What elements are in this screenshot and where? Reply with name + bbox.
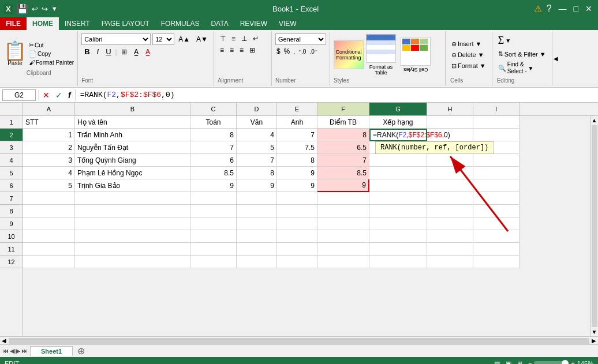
cell-a8[interactable] [23,205,75,217]
scroll-left-button[interactable]: ◀ [0,337,8,344]
cell-c10[interactable] [190,230,237,243]
col-header-d[interactable]: D [237,103,277,115]
help-button[interactable]: ? [544,3,554,14]
cell-a12[interactable] [23,256,75,268]
cell-f8[interactable] [317,205,369,217]
sheet-tab-sheet1[interactable]: Sheet1 [30,346,73,356]
col-header-h[interactable]: H [427,103,473,115]
cell-h5[interactable] [427,167,473,179]
tab-home[interactable]: HOME [27,17,59,30]
cell-f11[interactable] [317,243,369,256]
cell-c9[interactable] [190,217,237,230]
cell-c8[interactable] [190,205,237,217]
cell-e10[interactable] [277,230,317,243]
cell-g7[interactable] [369,192,427,205]
cell-f2[interactable]: 8 [317,129,369,141]
scroll-thumb[interactable] [592,125,597,327]
cell-g10[interactable] [369,230,427,243]
hscroll-thumb[interactable] [9,338,589,344]
cell-c6[interactable]: 9 [190,179,237,192]
cell-d4[interactable]: 7 [237,154,277,167]
cell-h6[interactable] [427,179,473,192]
insert-cells-button[interactable]: ⊕ Insert ▼ [450,39,487,49]
cell-i9[interactable] [473,217,519,230]
cell-d3[interactable]: 5 [237,141,277,154]
scroll-right-button[interactable]: ▶ [590,337,598,344]
cell-f4[interactable]: 7 [317,154,369,167]
cell-d6[interactable]: 9 [237,179,277,192]
cut-button[interactable]: ✂ Cut [29,42,74,49]
cell-i1[interactable] [473,116,519,129]
font-color-button[interactable]: A̲ [143,47,153,57]
align-bottom-button[interactable]: ⊥ [239,33,249,44]
cell-i4[interactable] [473,154,519,167]
cell-f9[interactable] [317,217,369,230]
cell-b3[interactable]: Nguyễn Tấn Đạt [75,141,190,154]
cell-d1[interactable]: Văn [237,116,277,129]
cell-b9[interactable] [75,217,190,230]
cell-g5[interactable] [369,167,427,179]
cell-h10[interactable] [427,230,473,243]
row-header-8[interactable]: 8 [0,205,23,217]
cell-c5[interactable]: 8.5 [190,167,237,179]
tab-insert[interactable]: INSERT [59,17,96,30]
col-header-i[interactable]: I [473,103,519,115]
cell-a1[interactable]: STT [23,116,75,129]
col-header-a[interactable]: A [23,103,75,115]
find-select-button[interactable]: 🔍 Find & Select - ▼ [497,60,547,76]
cell-d2[interactable]: 4 [237,129,277,141]
cancel-formula-button[interactable]: ✕ [41,90,51,100]
align-left-button[interactable]: ≡ [218,45,226,55]
cell-e2[interactable]: 7 [277,129,317,141]
add-sheet-button[interactable]: ⊕ [73,346,89,357]
minimize-button[interactable]: — [556,4,569,13]
cell-b12[interactable] [75,256,190,268]
sheet-nav-prev[interactable]: ◀ [10,347,14,355]
cell-c2[interactable]: 8 [190,129,237,141]
cell-i10[interactable] [473,230,519,243]
cell-b4[interactable]: Tống Quỳnh Giang [75,154,190,167]
cell-i2[interactable] [473,129,519,141]
conditional-formatting-button[interactable]: Conditional Formatting [334,40,364,69]
cell-c12[interactable] [190,256,237,268]
cell-g9[interactable] [369,217,427,230]
cell-b2[interactable]: Trần Minh Anh [75,129,190,141]
cell-h4[interactable] [427,154,473,167]
row-header-12[interactable]: 12 [0,256,23,268]
format-table-button[interactable]: Format asTable [366,34,396,76]
col-header-c[interactable]: C [190,103,237,115]
cell-d7[interactable] [237,192,277,205]
cell-h12[interactable] [427,256,473,268]
cell-e8[interactable] [277,205,317,217]
cell-g12[interactable] [369,256,427,268]
cell-i7[interactable] [473,192,519,205]
insert-function-button[interactable]: f [66,90,73,100]
cell-d11[interactable] [237,243,277,256]
cell-a6[interactable]: 5 [23,179,75,192]
font-shrink-button[interactable]: A▼ [194,34,210,44]
cell-g4[interactable] [369,154,427,167]
cell-c11[interactable] [190,243,237,256]
cell-e3[interactable]: 7.5 [277,141,317,154]
cell-g11[interactable] [369,243,427,256]
format-cells-button[interactable]: ⊟ Format ▼ [450,61,487,71]
cell-styles-button[interactable]: Cell Styles [398,37,433,73]
number-format-select[interactable]: General [275,33,326,45]
undo-button[interactable]: ↩ [32,5,38,13]
redo-button[interactable]: ↪ [42,5,48,13]
cell-a4[interactable]: 3 [23,154,75,167]
col-header-g[interactable]: G [369,103,427,115]
sort-filter-button[interactable]: ⇅ Sort & Filter ▼ [497,49,547,59]
zoom-slider[interactable] [534,361,569,364]
row-header-3[interactable]: 3 [0,141,23,154]
decrease-decimal-button[interactable]: .0⁻ [308,46,318,57]
sheet-nav-next[interactable]: ▶ [16,347,20,355]
cell-b11[interactable] [75,243,190,256]
cell-h11[interactable] [427,243,473,256]
cell-e9[interactable] [277,217,317,230]
cell-e12[interactable] [277,256,317,268]
cell-e6[interactable]: 9 [277,179,317,192]
cell-d10[interactable] [237,230,277,243]
font-grow-button[interactable]: A▲ [176,34,192,44]
row-header-5[interactable]: 5 [0,167,23,179]
